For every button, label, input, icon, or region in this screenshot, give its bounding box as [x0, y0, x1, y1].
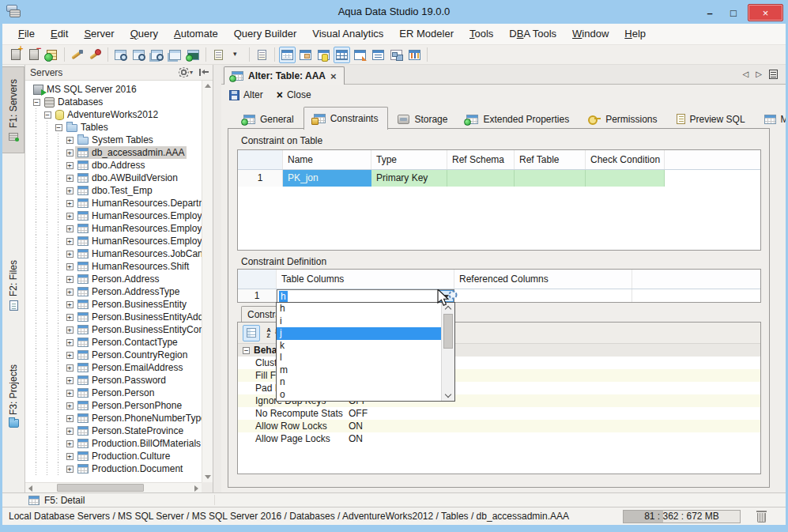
menu-query[interactable]: Query — [123, 24, 166, 44]
dropdown-scrollbar[interactable] — [441, 303, 454, 401]
tree-horizontal-scrollbar[interactable] — [25, 482, 202, 492]
tree-item-dbo-awbuildversion[interactable]: +dbo.AWBuildVersion — [31, 172, 202, 184]
tree-item-db-accessadmin-aaa[interactable]: +db_accessadmin.AAA — [31, 146, 202, 159]
tree-item-production-billofmaterials[interactable]: +Production.BillOfMaterials — [31, 437, 202, 450]
tree-expander[interactable]: + — [64, 263, 75, 270]
duplicate-window-button[interactable] — [167, 47, 183, 63]
register-server-button[interactable] — [7, 47, 24, 63]
tree-expander[interactable]: − — [53, 124, 64, 131]
constraint-cell[interactable] — [515, 170, 586, 187]
tree-expander[interactable]: + — [64, 364, 75, 372]
view-relationships-button[interactable] — [388, 47, 405, 63]
constraint-cell[interactable]: PK_jon — [283, 170, 371, 187]
tree-expander[interactable]: + — [64, 276, 75, 283]
memory-gauge[interactable]: 81 : 362 : 672 MB — [623, 510, 741, 523]
table-columns-combobox[interactable]: h — [277, 289, 454, 303]
tree-item-person-address[interactable]: +Person.Address — [31, 273, 202, 285]
dropdown-item[interactable]: i — [277, 315, 441, 328]
tree-item-person-person[interactable]: +Person.Person — [31, 387, 202, 399]
tree-expander[interactable]: + — [64, 149, 75, 157]
sidebar-tab-files[interactable]: F2: Files — [2, 253, 25, 318]
constraint-cell[interactable] — [586, 170, 665, 187]
cleanup-disconnect-button[interactable] — [87, 47, 104, 63]
tree-item-person-countryregion[interactable]: +Person.CountryRegion — [31, 349, 202, 361]
tree-item-tables[interactable]: −Tables — [31, 121, 202, 134]
close-editor-button[interactable]: Close — [287, 89, 311, 100]
tree-item-humanresources-employee[interactable]: +HumanResources.Employee — [31, 209, 202, 222]
connect-server-button[interactable] — [43, 47, 60, 63]
scroll-down-icon[interactable] — [445, 391, 451, 398]
detail-bar[interactable]: F5: Detail — [2, 492, 786, 507]
tree-expander[interactable]: + — [64, 200, 75, 207]
tree-item-dbo-test-emp[interactable]: +dbo.Test_Emp — [31, 184, 202, 197]
tree-expander[interactable]: + — [64, 415, 75, 422]
menu-help[interactable]: Help — [616, 24, 654, 44]
tree-item-person-emailaddress[interactable]: +Person.EmailAddress — [31, 361, 202, 374]
tree-expander[interactable]: + — [64, 453, 75, 460]
document-tab-alter-table[interactable]: Alter: Table: AAA × — [224, 66, 345, 85]
schema-browser-button[interactable] — [112, 47, 129, 63]
script-document-button[interactable] — [254, 47, 270, 63]
maximize-button[interactable]: □ — [724, 5, 743, 21]
tree-expander[interactable]: + — [64, 326, 75, 334]
scroll-up-icon[interactable] — [205, 84, 211, 88]
garbage-collect-button[interactable] — [754, 510, 768, 523]
tree-item-humanresources-department[interactable]: +HumanResources.Department — [31, 197, 202, 209]
open-document-menu-button[interactable] — [228, 47, 245, 63]
tab-permissions[interactable]: Permissions — [579, 109, 666, 129]
menu-server[interactable]: Server — [76, 24, 122, 44]
tree-expander[interactable]: + — [64, 251, 75, 258]
tree-expander[interactable]: + — [64, 187, 75, 194]
view-list-button[interactable] — [370, 47, 386, 63]
tree-expander[interactable]: + — [64, 137, 75, 144]
tree-item-person-phonenumbertype[interactable]: +Person.PhoneNumberType — [31, 412, 202, 424]
tree-vertical-scrollbar[interactable] — [202, 81, 213, 482]
tree-item-humanresources-employeedepartmenthistory[interactable]: +HumanResources.EmployeeDepartmentHistor… — [31, 222, 202, 235]
dropdown-item[interactable]: l — [277, 352, 441, 364]
tree-item-person-businessentityaddress[interactable]: +Person.BusinessEntityAddress — [31, 311, 202, 323]
categorized-view-button[interactable] — [243, 325, 260, 341]
tree-item-person-password[interactable]: +Person.Password — [31, 374, 202, 387]
sidebar-tab-servers[interactable]: F1: Servers — [2, 66, 25, 153]
tree-item-person-personphone[interactable]: +Person.PersonPhone — [31, 399, 202, 412]
view-column-button[interactable] — [315, 47, 332, 63]
prev-tab-icon[interactable]: ◁ — [743, 67, 749, 81]
tree-item-databases[interactable]: −Databases — [31, 96, 202, 108]
tree-expander[interactable]: + — [64, 402, 75, 409]
tab-constraints[interactable]: Constraints — [304, 107, 389, 130]
minimize-button[interactable]: – — [700, 5, 719, 21]
panel-splitter[interactable] — [213, 65, 221, 492]
tree-expander[interactable]: + — [64, 440, 75, 447]
collapse-panel-icon[interactable] — [199, 69, 208, 76]
property-row-allow-page-locks[interactable]: Allow Page LocksON — [238, 432, 760, 445]
view-grid-button[interactable] — [334, 47, 350, 63]
menu-query-builder[interactable]: Query Builder — [226, 24, 304, 44]
menu-automate[interactable]: Automate — [166, 24, 226, 44]
tree-item-system-tables[interactable]: +System Tables — [31, 134, 202, 146]
tree-item-person-stateprovince[interactable]: +Person.StateProvince — [31, 424, 202, 437]
grid-data-row[interactable]: 1PK_jonPrimary Key — [238, 170, 760, 187]
tree-expander[interactable]: + — [64, 175, 75, 182]
alter-button[interactable]: Alter — [243, 89, 263, 100]
dropdown-item[interactable]: h — [277, 303, 441, 315]
scrollbar-thumb[interactable] — [57, 484, 144, 492]
tree-expander[interactable]: + — [64, 339, 75, 346]
menu-visual-analytics[interactable]: Visual Analytics — [304, 24, 391, 44]
tree-expander[interactable]: + — [64, 466, 75, 473]
view-form-button[interactable] — [297, 47, 314, 63]
tree-expander[interactable]: − — [31, 99, 42, 106]
sidebar-tab-projects[interactable]: F3: Projects — [2, 359, 25, 433]
tree-item-adventureworks2012[interactable]: −AdventureWorks2012 — [31, 108, 202, 121]
tree-item-humanresources-employeepayhistory[interactable]: +HumanResources.EmployeePayHistory — [31, 235, 202, 247]
cleanup-button[interactable] — [69, 47, 85, 63]
query-browser-button[interactable] — [149, 47, 165, 63]
menu-edit[interactable]: Edit — [43, 24, 76, 44]
collapse-icon[interactable]: − — [243, 347, 250, 354]
tree-item-dbo-address[interactable]: +dbo.Address — [31, 159, 202, 172]
unregister-server-button[interactable] — [25, 47, 42, 63]
gear-icon[interactable] — [179, 68, 188, 77]
query-analyzer-button[interactable] — [130, 47, 147, 63]
tree-expander[interactable]: + — [64, 301, 75, 308]
menu-file[interactable]: File — [10, 24, 43, 44]
tree-expander[interactable]: + — [64, 238, 75, 245]
